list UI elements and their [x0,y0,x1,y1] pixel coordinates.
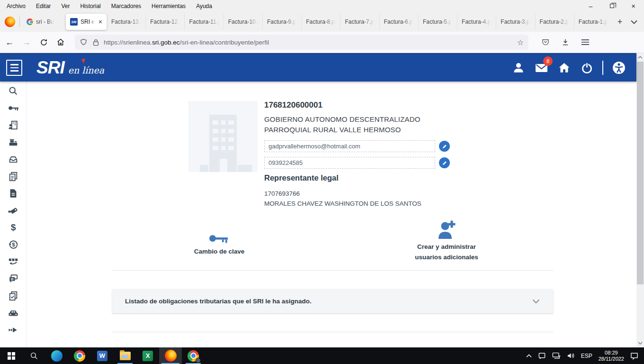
start-button[interactable] [0,347,23,364]
taskbar-edge-button[interactable] [45,347,68,364]
sidebar-item-buzon[interactable] [8,273,19,284]
firefox-view-button[interactable] [3,15,17,29]
sidebar-item-declaraciones[interactable] [8,188,19,199]
home-button[interactable] [53,35,68,50]
edit-phone-button[interactable] [439,157,450,168]
sidebar-item-certificados[interactable] [8,291,19,301]
tab-factura-2[interactable]: Factura-2.p [535,14,574,30]
volume-icon[interactable] [567,352,575,359]
manage-additional-users-action[interactable]: Crear y administrar usuarios adicionales [406,219,487,263]
sidebar-item-anexos[interactable] [8,256,19,267]
taskbar-firefox-button[interactable] [159,347,182,364]
taskbar-word-button[interactable]: W [91,347,114,364]
tab-factura-11[interactable]: Factura-11.p [184,14,223,30]
menu-ver[interactable]: Ver [61,3,70,9]
taskbar-clock[interactable]: 08:29 28/11/2022 [599,350,624,362]
tab-factura-3[interactable]: Factura-3.p [496,14,535,30]
minimize-button[interactable]: – [580,0,601,12]
date: 28/11/2022 [599,356,624,362]
menu-archivo[interactable]: Archivo [7,3,26,9]
taskbar-excel-button[interactable]: X [136,347,159,364]
network-icon[interactable] [552,352,561,359]
restore-button[interactable] [601,0,623,12]
tab-close-icon[interactable]: × [96,18,102,26]
pocket-button[interactable] [538,35,553,50]
sidebar-item-facturacion[interactable] [8,137,19,147]
new-tab-button[interactable]: + [613,15,627,29]
forward-button[interactable]: → [19,35,34,50]
sidebar-item-vehiculos[interactable] [8,308,19,318]
screen-cast-icon[interactable] [538,352,546,359]
tab-google-search[interactable]: sri - Bu [22,14,66,30]
email-field[interactable] [264,140,435,152]
menu-historial[interactable]: Historial [80,3,100,9]
bookmark-star-icon[interactable]: ☆ [517,38,524,47]
taxpayer-building-icon [8,120,18,130]
tax-obligations-accordion[interactable]: Listado de obligaciones tributarias que … [112,289,553,313]
sidebar-item-search[interactable] [8,86,19,96]
tab-factura-8[interactable]: Factura-8.p [301,14,340,30]
sidebar-item-tramites[interactable] [8,154,19,164]
sidebar-item-etiquetas[interactable] [8,205,19,216]
legal-representative-id: 1707693766 [264,190,300,197]
profile-badge [196,358,201,363]
reload-icon [40,38,48,46]
menu-herramientas[interactable]: Herramientas [152,3,186,9]
add-user-icon [438,220,456,240]
scrollbar-thumb[interactable] [637,62,644,284]
mail-badge: 8 [543,56,553,66]
sidebar-item-pagos[interactable]: $ [8,222,19,233]
menu-editar[interactable]: Editar [36,3,51,9]
back-button[interactable]: ← [2,35,17,50]
sidebar-item-ruc[interactable] [8,120,19,130]
logout-button[interactable] [580,61,594,75]
taskbar-search-button[interactable] [23,347,45,364]
messages-button[interactable]: 8 [534,61,548,75]
hamburger-icon [581,39,590,46]
sidebar-item-devoluciones[interactable]: $ [8,239,19,250]
address-bar[interactable]: https://srienlinea.sri.gob.ec/sri-en-lin… [75,35,528,50]
downloads-button[interactable] [558,35,573,50]
edit-email-button[interactable] [439,141,450,152]
action-center-button[interactable] [630,352,638,360]
page-scrollbar[interactable] [636,53,644,347]
sidebar-item-mas[interactable] [8,325,19,335]
edge-icon [51,350,63,362]
taskbar-chrome-profile-button[interactable] [182,347,205,364]
tab-factura-9[interactable]: Factura-9.p [262,14,301,30]
language-indicator[interactable]: ESP [581,353,592,359]
scroll-down-arrow[interactable] [636,339,644,347]
taskbar-chrome-button[interactable] [68,347,91,364]
user-profile-button[interactable] [511,61,526,75]
scroll-up-arrow[interactable] [636,54,644,61]
tab-factura-4[interactable]: Factura-4.p [457,14,496,30]
sidebar-item-clave[interactable] [8,103,19,113]
sidebar-item-comprobantes[interactable] [8,171,19,182]
menu-ayuda[interactable]: Ayuda [196,3,212,9]
tab-factura-10[interactable]: Factura-10.p [224,14,262,30]
home-portal-button[interactable] [557,61,571,75]
close-button[interactable]: × [623,0,644,12]
taskbar-explorer-button[interactable] [114,347,136,364]
tab-factura-12[interactable]: Factura-12.p [145,14,184,30]
accessibility-button[interactable] [612,61,626,75]
reload-button[interactable] [36,35,51,50]
tab-factura-1[interactable]: Factura-1.p [574,14,613,30]
section-divider [112,332,553,332]
tab-factura-5[interactable]: Factura-5.p [418,14,457,30]
change-password-action[interactable]: Cambio de clave [181,224,257,257]
phone-field[interactable] [264,157,435,169]
app-menu-button[interactable] [578,35,593,50]
legal-representative-title: Representante legal [264,173,339,182]
tray-expand-button[interactable] [526,354,532,358]
tab-factura-13[interactable]: Factura-13.p [107,14,145,30]
sri-logo[interactable]: SRI en línea [36,58,104,78]
tab-factura-7[interactable]: Factura-7.p [340,14,379,30]
sri-menu-button[interactable] [6,60,22,76]
tab-sri-active[interactable]: SRI SRI e × [66,14,107,30]
tab-factura-6[interactable]: Factura-6.p [379,14,418,30]
menu-marcadores[interactable]: Marcadores [111,3,141,9]
home-icon [558,62,571,74]
toolbar-right-buttons [533,35,593,50]
list-all-tabs-button[interactable] [627,15,641,29]
